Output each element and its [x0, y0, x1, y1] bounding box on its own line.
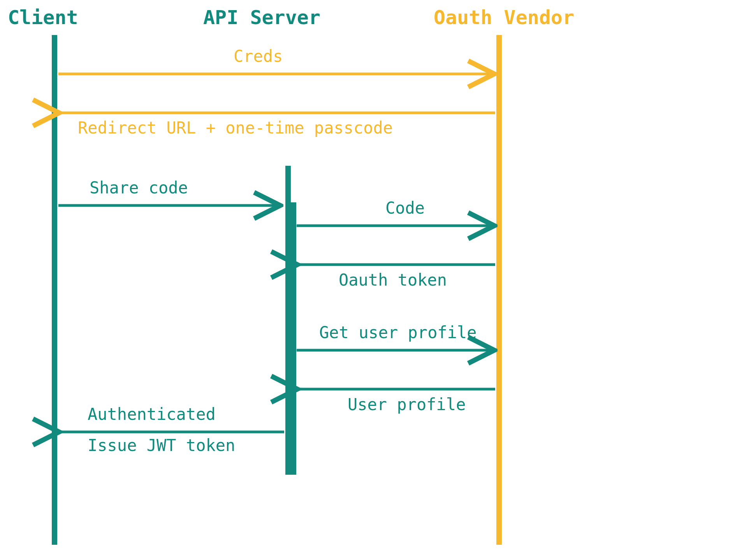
participant-oauth-vendor: Oauth Vendor — [434, 6, 574, 29]
label-oauth-token: Oauth token — [339, 270, 447, 290]
activation-api-server — [285, 202, 296, 475]
participant-client: Client — [8, 6, 78, 29]
label-redirect: Redirect URL + one-time passcode — [78, 118, 393, 137]
label-creds: Creds — [234, 47, 283, 66]
label-get-user-profile: Get user profile — [319, 323, 477, 342]
label-user-profile: User profile — [348, 395, 466, 414]
label-authenticated-1: Authenticated — [88, 405, 216, 424]
participant-api-server: API Server — [203, 6, 320, 29]
label-share-code: Share code — [90, 178, 188, 197]
label-authenticated-2: Issue JWT token — [88, 436, 235, 455]
sequence-diagram: Client API Server Oauth Vendor — [0, 0, 756, 551]
label-code: Code — [385, 198, 425, 218]
